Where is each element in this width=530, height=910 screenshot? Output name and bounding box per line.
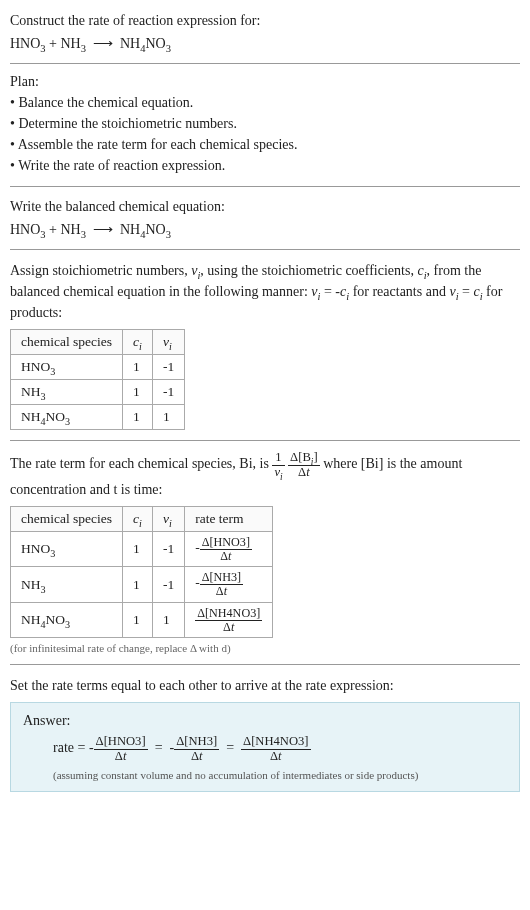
- plan-title: Plan:: [10, 74, 520, 90]
- table-row: NH4NO3 1 1 Δ[NH4NO3]Δt: [11, 602, 273, 638]
- cell-rate: -Δ[HNO3]Δt: [185, 531, 273, 567]
- rate-term-caption: (for infinitesimal rate of change, repla…: [10, 642, 520, 654]
- divider: [10, 440, 520, 441]
- cell-rate: -Δ[NH3]Δt: [185, 567, 273, 603]
- table-row: NH4NO3 1 1: [11, 405, 185, 430]
- cell-species: NH4NO3: [11, 405, 123, 430]
- rate-term-table: chemical species ci νi rate term HNO3 1 …: [10, 506, 273, 639]
- assumption-note: (assuming constant volume and no accumul…: [53, 769, 507, 781]
- cell-vi: -1: [152, 380, 184, 405]
- balanced-equation: HNO3 + NH3 ⟶ NH4NO3: [10, 220, 520, 240]
- divider: [10, 664, 520, 665]
- cell-vi: -1: [152, 355, 184, 380]
- cell-ci: 1: [123, 567, 153, 603]
- problem-prompt: Construct the rate of reaction expressio…: [10, 11, 520, 31]
- rate-label: rate =: [53, 740, 89, 755]
- cell-species: NH3: [11, 380, 123, 405]
- cell-vi: -1: [152, 531, 184, 567]
- col-ci: ci: [123, 330, 153, 355]
- plan-section: Plan: Balance the chemical equation. Det…: [10, 74, 520, 176]
- cell-ci: 1: [123, 405, 153, 430]
- col-rate: rate term: [185, 506, 273, 531]
- col-vi: νi: [152, 506, 184, 531]
- divider: [10, 186, 520, 187]
- table-row: NH3 1 -1 -Δ[NH3]Δt: [11, 567, 273, 603]
- divider: [10, 249, 520, 250]
- table-row: HNO3 1 -1 -Δ[HNO3]Δt: [11, 531, 273, 567]
- cell-species: NH4NO3: [11, 602, 123, 638]
- table-header-row: chemical species ci νi rate term: [11, 506, 273, 531]
- final-title: Set the rate terms equal to each other t…: [10, 675, 520, 696]
- cell-ci: 1: [123, 380, 153, 405]
- table-row: NH3 1 -1: [11, 380, 185, 405]
- plan-list: Balance the chemical equation. Determine…: [10, 92, 520, 176]
- rate-expression: rate = -Δ[HNO3]Δt = -Δ[NH3]Δt = Δ[NH4NO3…: [53, 735, 507, 762]
- final-section: Set the rate terms equal to each other t…: [10, 675, 520, 791]
- table-header-row: chemical species ci νi: [11, 330, 185, 355]
- divider: [10, 63, 520, 64]
- cell-ci: 1: [123, 355, 153, 380]
- fraction: Δ[Bi] Δt: [288, 451, 320, 478]
- cell-species: NH3: [11, 567, 123, 603]
- rate-term-intro-pre: The rate term for each chemical species,…: [10, 456, 272, 471]
- cell-species: HNO3: [11, 531, 123, 567]
- fraction: 1 νi: [272, 451, 284, 478]
- answer-label: Answer:: [23, 713, 507, 729]
- plan-item: Balance the chemical equation.: [10, 92, 520, 113]
- col-species: chemical species: [11, 330, 123, 355]
- balanced-title: Write the balanced chemical equation:: [10, 197, 520, 217]
- cell-vi: 1: [152, 405, 184, 430]
- stoich-table: chemical species ci νi HNO3 1 -1 NH3 1 -…: [10, 329, 185, 430]
- plan-item: Assemble the rate term for each chemical…: [10, 134, 520, 155]
- cell-rate: Δ[NH4NO3]Δt: [185, 602, 273, 638]
- cell-vi: -1: [152, 567, 184, 603]
- cell-ci: 1: [123, 602, 153, 638]
- stoich-section: Assign stoichiometric numbers, νi, using…: [10, 260, 520, 430]
- balanced-section: Write the balanced chemical equation: HN…: [10, 197, 520, 239]
- problem-statement: Construct the rate of reaction expressio…: [10, 11, 520, 53]
- cell-ci: 1: [123, 531, 153, 567]
- cell-species: HNO3: [11, 355, 123, 380]
- table-row: HNO3 1 -1: [11, 355, 185, 380]
- rate-term-intro: The rate term for each chemical species,…: [10, 451, 520, 499]
- plan-item: Write the rate of reaction expression.: [10, 155, 520, 176]
- cell-vi: 1: [152, 602, 184, 638]
- rate-term-section: The rate term for each chemical species,…: [10, 451, 520, 654]
- answer-box: Answer: rate = -Δ[HNO3]Δt = -Δ[NH3]Δt = …: [10, 702, 520, 791]
- stoich-intro: Assign stoichiometric numbers, νi, using…: [10, 260, 520, 323]
- col-species: chemical species: [11, 506, 123, 531]
- col-vi: νi: [152, 330, 184, 355]
- unbalanced-equation: HNO3 + NH3 ⟶ NH4NO3: [10, 34, 520, 54]
- col-ci: ci: [123, 506, 153, 531]
- plan-item: Determine the stoichiometric numbers.: [10, 113, 520, 134]
